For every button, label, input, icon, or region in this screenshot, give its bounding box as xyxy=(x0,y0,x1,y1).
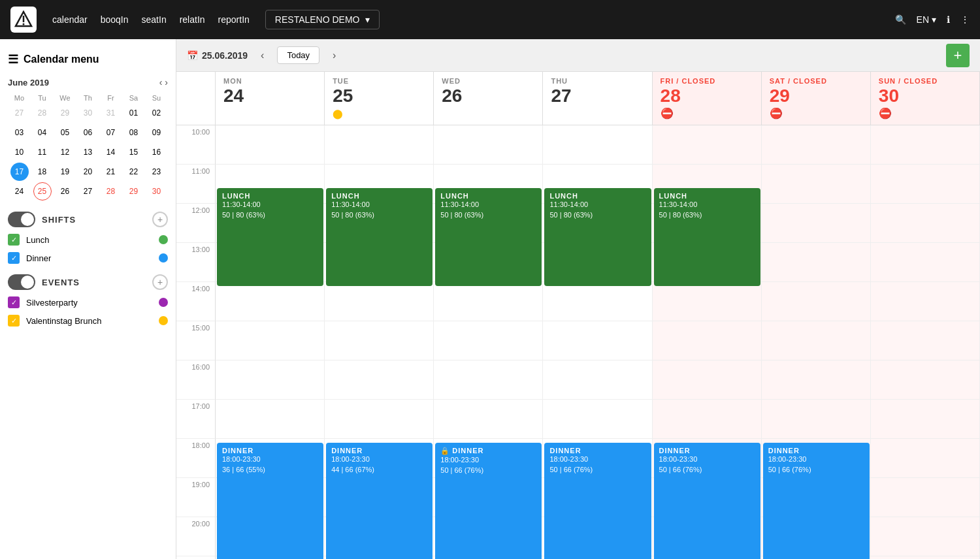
grid-cell[interactable] xyxy=(871,204,980,243)
events-toggle[interactable] xyxy=(8,274,35,290)
grid-cell[interactable] xyxy=(434,321,543,360)
mini-cal-day[interactable]: 20 xyxy=(79,163,97,181)
today-btn[interactable]: Today xyxy=(277,46,319,64)
grid-cell[interactable] xyxy=(216,282,325,321)
mini-cal-day[interactable]: 29 xyxy=(56,104,74,122)
language-selector[interactable]: EN ▾ xyxy=(917,14,936,25)
silvesterparty-checkbox[interactable]: ✓ xyxy=(8,296,20,308)
grid-cell[interactable] xyxy=(762,125,871,165)
mini-cal-day[interactable]: 14 xyxy=(102,143,120,161)
mini-cal-day[interactable]: 17 xyxy=(10,163,29,181)
grid-cell[interactable] xyxy=(653,125,762,165)
mini-cal-day[interactable]: 25 xyxy=(33,182,52,200)
grid-cell[interactable] xyxy=(871,478,980,517)
grid-cell[interactable] xyxy=(325,321,434,360)
grid-cell[interactable] xyxy=(762,400,871,439)
mini-cal-day[interactable]: 16 xyxy=(148,143,166,161)
grid-cell[interactable] xyxy=(216,360,325,400)
mini-cal-day[interactable]: 12 xyxy=(56,143,74,161)
nav-booqin[interactable]: booqIn xyxy=(101,14,129,25)
mini-cal-day[interactable]: 18 xyxy=(33,163,52,181)
nav-calendar[interactable]: calendar xyxy=(52,14,88,25)
mini-cal-day[interactable]: 22 xyxy=(125,163,143,181)
mini-cal-day[interactable]: 31 xyxy=(102,104,120,122)
mini-cal-day[interactable]: 29 xyxy=(125,182,143,200)
mini-cal-day[interactable]: 02 xyxy=(148,104,166,122)
mini-cal-day[interactable]: 11 xyxy=(33,143,52,161)
mini-cal-day[interactable]: 08 xyxy=(125,123,143,142)
grid-cell[interactable] xyxy=(216,400,325,439)
grid-cell[interactable] xyxy=(871,243,980,282)
mini-cal-day[interactable]: 03 xyxy=(10,123,29,142)
nav-relatin[interactable]: relatIn xyxy=(180,14,205,25)
dinner-checkbox[interactable]: ✓ xyxy=(8,252,20,264)
grid-cell[interactable] xyxy=(653,282,762,321)
mini-cal-day[interactable]: 30 xyxy=(148,182,166,200)
mini-cal-day[interactable]: 07 xyxy=(102,123,120,142)
grid-cell[interactable] xyxy=(216,321,325,360)
grid-cell[interactable] xyxy=(543,125,652,165)
grid-cell[interactable] xyxy=(434,360,543,400)
shift-block-dinner[interactable]: DINNER18:00-23:3044 | 66 (67%) xyxy=(326,443,433,559)
grid-cell[interactable] xyxy=(325,125,434,165)
grid-cell[interactable] xyxy=(325,360,434,400)
mini-cal-day[interactable]: 26 xyxy=(56,182,74,200)
mini-cal-day[interactable]: 01 xyxy=(125,104,143,122)
cal-next-btn[interactable]: › xyxy=(327,47,341,64)
shift-block-dinner[interactable]: DINNER18:00-23:3036 | 66 (55%) xyxy=(217,443,323,559)
demo-dropdown[interactable]: RESTALENO DEMO ▾ xyxy=(265,10,380,29)
grid-cell[interactable] xyxy=(871,517,980,556)
grid-cell[interactable] xyxy=(871,282,980,321)
grid-cell[interactable] xyxy=(871,556,980,559)
info-icon[interactable]: ℹ xyxy=(947,14,950,25)
grid-cell[interactable] xyxy=(871,165,980,204)
grid-cell[interactable] xyxy=(871,360,980,400)
grid-cell[interactable] xyxy=(434,125,543,165)
grid-cell[interactable] xyxy=(762,282,871,321)
mini-cal-day[interactable]: 24 xyxy=(10,182,29,200)
more-icon[interactable]: ⋮ xyxy=(960,14,970,25)
grid-cell[interactable] xyxy=(653,321,762,360)
grid-cell[interactable] xyxy=(434,282,543,321)
shift-block-lunch[interactable]: LUNCH11:30-14:0050 | 80 (63%) xyxy=(544,188,651,286)
mini-cal-next[interactable]: › xyxy=(165,77,168,88)
shifts-toggle[interactable] xyxy=(8,212,35,227)
nav-reportin[interactable]: reportIn xyxy=(218,14,250,25)
lunch-checkbox[interactable]: ✓ xyxy=(8,234,20,246)
mini-cal-day[interactable]: 06 xyxy=(79,123,97,142)
valentinstag-checkbox[interactable]: ✓ xyxy=(8,315,20,327)
logo[interactable] xyxy=(10,7,37,33)
shift-block-dinner[interactable]: DINNER18:00-23:3050 | 66 (76%) xyxy=(654,443,760,559)
hamburger-icon[interactable]: ☰ xyxy=(8,52,18,67)
mini-cal-day[interactable]: 23 xyxy=(148,163,166,181)
cal-prev-btn[interactable]: ‹ xyxy=(255,47,269,64)
mini-cal-day[interactable]: 28 xyxy=(33,104,52,122)
shift-block-lunch[interactable]: LUNCH11:30-14:0050 | 80 (63%) xyxy=(326,188,433,286)
grid-cell[interactable] xyxy=(543,400,652,439)
shift-block-dinner[interactable]: 🔒DINNER18:00-23:3050 | 66 (76%) xyxy=(435,443,542,559)
grid-cell[interactable] xyxy=(216,125,325,165)
grid-cell[interactable] xyxy=(325,400,434,439)
mini-cal-prev[interactable]: ‹ xyxy=(159,77,163,88)
mini-cal-day[interactable]: 10 xyxy=(10,143,29,161)
nav-seatin[interactable]: seatIn xyxy=(142,14,167,25)
grid-cell[interactable] xyxy=(762,165,871,204)
grid-cell[interactable] xyxy=(653,400,762,439)
mini-cal-day[interactable]: 30 xyxy=(79,104,97,122)
mini-cal-day[interactable]: 13 xyxy=(79,143,97,161)
shift-block-dinner[interactable]: DINNER18:00-23:3050 | 66 (76%) xyxy=(763,443,870,559)
shift-block-lunch[interactable]: LUNCH11:30-14:0050 | 80 (63%) xyxy=(654,188,760,286)
mini-cal-day[interactable]: 15 xyxy=(125,143,143,161)
grid-cell[interactable] xyxy=(543,282,652,321)
shift-block-lunch[interactable]: LUNCH11:30-14:0050 | 80 (63%) xyxy=(435,188,542,286)
mini-cal-day[interactable]: 27 xyxy=(10,104,29,122)
mini-cal-day[interactable]: 27 xyxy=(79,182,97,200)
grid-cell[interactable] xyxy=(871,125,980,165)
grid-cell[interactable] xyxy=(871,321,980,360)
mini-cal-day[interactable]: 04 xyxy=(33,123,52,142)
mini-cal-day[interactable]: 05 xyxy=(56,123,74,142)
grid-cell[interactable] xyxy=(762,204,871,243)
grid-cell[interactable] xyxy=(543,360,652,400)
mini-cal-day[interactable]: 28 xyxy=(102,182,120,200)
mini-cal-day[interactable]: 19 xyxy=(56,163,74,181)
